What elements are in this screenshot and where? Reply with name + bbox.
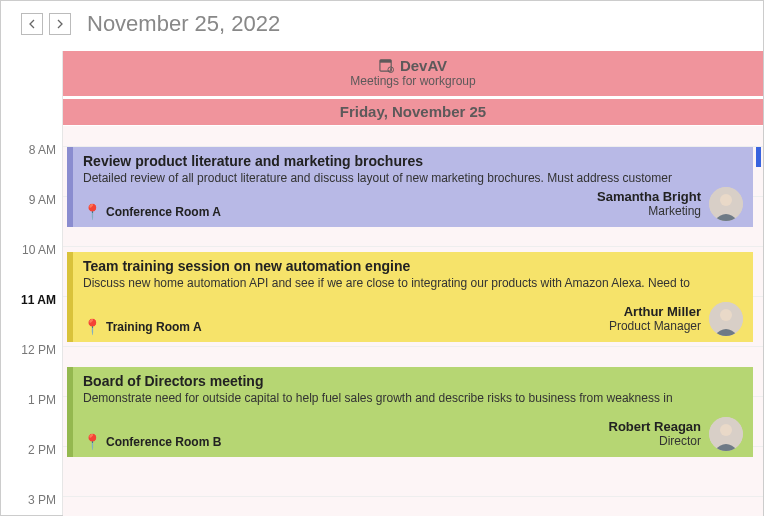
prev-button[interactable] [21, 13, 43, 35]
time-ruler: 8 AM9 AM10 AM11 AM12 PM1 PM2 PM3 PM [1, 51, 63, 515]
time-label: 9 AM [29, 193, 56, 207]
day-header[interactable]: Friday, November 25 [63, 99, 763, 125]
owner-role: Director [609, 435, 701, 449]
resource-subtitle: Meetings for workgroup [63, 74, 763, 88]
location-pin-icon: 📍 [83, 433, 102, 451]
appointment[interactable]: Review product literature and marketing … [67, 147, 753, 227]
appointment-owner: Samantha BrightMarketing [597, 187, 743, 221]
resource-name: DevAV [400, 57, 447, 74]
location-text: Conference Room A [106, 205, 221, 219]
appointment-location: 📍Conference Room A [83, 203, 221, 221]
owner-name: Samantha Bright [597, 190, 701, 205]
time-label: 11 AM [21, 293, 56, 307]
owner-name: Robert Reagan [609, 420, 701, 435]
all-day-row[interactable] [63, 125, 763, 147]
now-indicator [756, 147, 761, 167]
time-label: 12 PM [21, 343, 56, 357]
next-button[interactable] [49, 13, 71, 35]
location-pin-icon: 📍 [83, 318, 102, 336]
avatar [709, 187, 743, 221]
owner-role: Marketing [597, 205, 701, 219]
svg-point-8 [720, 424, 732, 436]
time-label: 1 PM [28, 393, 56, 407]
appointment-title: Board of Directors meeting [83, 373, 743, 389]
svg-point-4 [720, 194, 732, 206]
time-label: 10 AM [22, 243, 56, 257]
owner-name: Arthur Miller [609, 305, 701, 320]
time-slot[interactable] [63, 497, 763, 516]
time-label: 2 PM [28, 443, 56, 457]
avatar [709, 302, 743, 336]
appointment-location: 📍Conference Room B [83, 433, 221, 451]
appointment-owner: Arthur MillerProduct Manager [609, 302, 743, 336]
appointment-location: 📍Training Room A [83, 318, 202, 336]
appointment-owner: Robert ReaganDirector [609, 417, 743, 451]
location-text: Training Room A [106, 320, 202, 334]
appointment-title: Team training session on new automation … [83, 258, 743, 274]
appointment[interactable]: Board of Directors meetingDemonstrate ne… [67, 367, 753, 457]
appointment[interactable]: Team training session on new automation … [67, 252, 753, 342]
page-title: November 25, 2022 [87, 11, 280, 37]
location-text: Conference Room B [106, 435, 221, 449]
resource-header: DevAV Meetings for workgroup [63, 51, 763, 99]
time-label: 8 AM [29, 143, 56, 157]
owner-role: Product Manager [609, 320, 701, 334]
chevron-left-icon [28, 19, 36, 29]
toolbar: November 25, 2022 [1, 1, 763, 43]
schedule-grid[interactable]: Review product literature and marketing … [63, 147, 763, 516]
time-label: 3 PM [28, 493, 56, 507]
chevron-right-icon [56, 19, 64, 29]
appointment-description: Detailed review of all product literatur… [83, 171, 743, 187]
appointment-description: Demonstrate need for outside capital to … [83, 391, 743, 407]
appointment-description: Discuss new home automation API and see … [83, 276, 743, 292]
svg-point-6 [720, 309, 732, 321]
location-pin-icon: 📍 [83, 203, 102, 221]
appointment-title: Review product literature and marketing … [83, 153, 743, 169]
avatar [709, 417, 743, 451]
svg-rect-1 [380, 60, 391, 63]
calendar-icon [379, 58, 394, 73]
